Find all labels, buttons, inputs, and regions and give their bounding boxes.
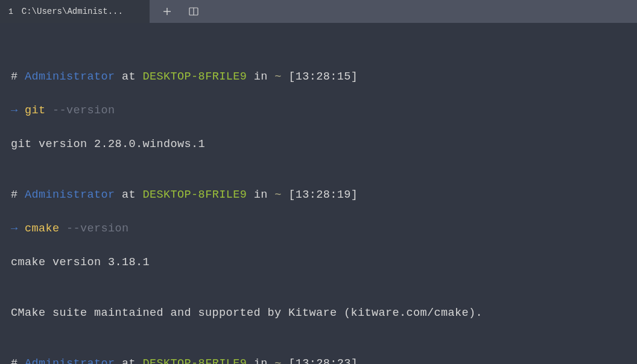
tab-title: C:\Users\Administ...: [22, 7, 123, 16]
prompt-at: at: [122, 189, 136, 201]
prompt-user: Administrator: [25, 71, 115, 83]
tab-active[interactable]: 1 C:\Users\Administ...: [0, 0, 150, 23]
split-pane-button[interactable]: [187, 5, 200, 18]
prompt-in: in: [254, 357, 268, 364]
prompt-time: [13:28:15]: [288, 71, 358, 83]
command-flag: --version: [52, 104, 115, 117]
prompt-arrow: →: [11, 104, 18, 117]
prompt-cwd: ~: [274, 189, 282, 201]
prompt-hash: #: [11, 189, 18, 201]
prompt-host: DESKTOP-8FRILE9: [143, 71, 247, 83]
command-name: cmake: [25, 222, 60, 235]
prompt-user: Administrator: [25, 357, 115, 364]
tab-bar: 1 C:\Users\Administ...: [0, 0, 637, 23]
prompt-line: # Administrator at DESKTOP-8FRILE9 in ~ …: [11, 187, 626, 204]
command-flag: --version: [66, 222, 129, 235]
command-line: → cmake --version: [11, 221, 626, 237]
terminal-output[interactable]: # Administrator at DESKTOP-8FRILE9 in ~ …: [0, 23, 637, 364]
output-line: git version 2.28.0.windows.1: [11, 136, 626, 153]
prompt-line: # Administrator at DESKTOP-8FRILE9 in ~ …: [11, 69, 626, 86]
tab-bar-actions: [150, 0, 637, 23]
prompt-line: # Administrator at DESKTOP-8FRILE9 in ~ …: [11, 356, 626, 364]
prompt-at: at: [122, 357, 136, 364]
prompt-in: in: [254, 71, 268, 83]
new-tab-button[interactable]: [160, 5, 174, 18]
prompt-at: at: [122, 71, 136, 83]
prompt-time: [13:28:19]: [288, 189, 358, 201]
prompt-host: DESKTOP-8FRILE9: [143, 357, 247, 364]
prompt-time: [13:28:23]: [288, 357, 358, 364]
prompt-host: DESKTOP-8FRILE9: [143, 189, 247, 201]
split-pane-icon: [189, 7, 198, 16]
prompt-hash: #: [11, 357, 18, 364]
prompt-cwd: ~: [274, 71, 282, 83]
output-line: CMake suite maintained and supported by …: [11, 305, 626, 322]
prompt-arrow: →: [11, 222, 18, 235]
command-line: → git --version: [11, 102, 626, 119]
command-name: git: [25, 104, 46, 117]
output-line: cmake version 3.18.1: [11, 254, 626, 271]
tab-index: 1: [8, 7, 13, 16]
prompt-in: in: [254, 189, 268, 201]
prompt-user: Administrator: [25, 189, 115, 201]
prompt-hash: #: [11, 71, 18, 83]
prompt-cwd: ~: [274, 357, 282, 364]
plus-icon: [163, 7, 171, 16]
